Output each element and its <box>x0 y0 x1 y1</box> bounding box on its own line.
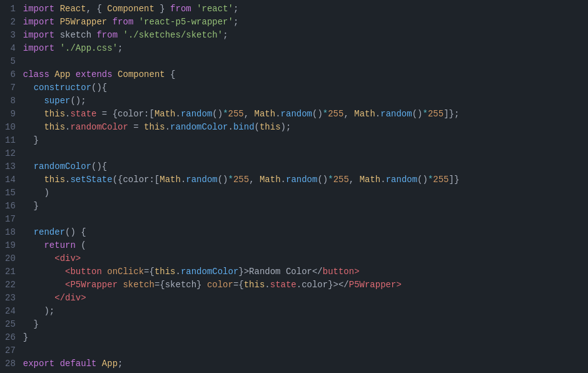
token <box>23 109 44 119</box>
line-number: 13 <box>5 160 16 173</box>
code-line: render() { <box>23 226 580 239</box>
line-number: 26 <box>5 331 16 344</box>
token: () <box>412 109 423 119</box>
token: <P5Wrapper <box>65 280 123 290</box>
code-line: this.setState({color:[Math.random()*255,… <box>23 173 580 186</box>
token: () <box>218 175 228 185</box>
token: , <box>249 175 260 185</box>
token: setState <box>70 175 112 185</box>
token: export <box>23 359 54 369</box>
code-line: <P5Wrapper sketch={sketch} color={this.s… <box>23 278 580 292</box>
token: random <box>281 109 312 119</box>
token: default <box>60 359 97 369</box>
token: random <box>186 175 217 185</box>
token: } <box>155 4 170 14</box>
token: (){ <box>91 161 107 171</box>
code-line: </div> <box>23 292 580 305</box>
token: ]}; <box>444 109 459 119</box>
token: . <box>281 175 286 185</box>
token <box>133 17 138 27</box>
code-line <box>23 213 580 226</box>
token: './App.css' <box>60 43 118 53</box>
line-number: 28 <box>5 357 16 370</box>
token <box>54 30 59 40</box>
token: { <box>165 69 176 79</box>
token: this <box>260 122 281 132</box>
token: . <box>375 109 380 119</box>
code-line: import P5Wrapper from 'react-p5-wrapper'… <box>23 16 580 29</box>
token: () <box>317 175 328 185</box>
token: () <box>312 109 323 119</box>
token: 'react-p5-wrapper' <box>139 17 233 27</box>
code-line: class App extends Component { <box>23 68 580 81</box>
token: * <box>323 109 328 119</box>
token: P5Wrapper <box>60 17 108 27</box>
token: Math <box>255 109 276 119</box>
token: state <box>70 109 96 119</box>
token: button <box>323 267 354 277</box>
token: , <box>349 175 360 185</box>
line-number: 3 <box>5 29 16 42</box>
token: App <box>54 69 70 79</box>
code-line: return ( <box>23 239 580 252</box>
line-number: 7 <box>5 81 16 95</box>
line-number: 16 <box>5 200 16 213</box>
line-number: 24 <box>5 305 16 318</box>
token: ) <box>23 188 49 198</box>
token: 255 <box>233 175 249 185</box>
token: from <box>170 4 191 14</box>
code-line: } <box>23 134 580 147</box>
line-number: 21 <box>5 265 16 278</box>
token: 255 <box>228 109 244 119</box>
code-line: } <box>23 200 580 213</box>
code-line: this.randomColor = this.randomColor.bind… <box>23 121 580 134</box>
token: this <box>44 175 65 185</box>
token <box>23 122 44 132</box>
token: sketch <box>60 30 91 40</box>
token <box>54 17 59 27</box>
token: . <box>380 175 385 185</box>
line-number: 1 <box>5 3 16 16</box>
token: , { <box>86 4 108 14</box>
token: Component <box>118 69 165 79</box>
code-line: super(); <box>23 95 580 108</box>
token: ; <box>118 359 123 369</box>
line-number: 2 <box>5 16 16 29</box>
token: ={ <box>144 267 155 277</box>
token: color <box>207 280 233 290</box>
token: () <box>212 109 223 119</box>
token: . <box>175 109 180 119</box>
token: * <box>223 109 228 119</box>
token: () <box>417 175 428 185</box>
token: } <box>23 319 39 329</box>
token: randomColor <box>181 267 238 277</box>
token: randomColor <box>170 122 228 132</box>
token: 255 <box>328 109 343 119</box>
token: <button <box>65 267 107 277</box>
token: Math <box>354 109 375 119</box>
line-number: 6 <box>5 68 16 81</box>
token: App <box>102 359 118 369</box>
token: .color}></ <box>297 280 349 290</box>
token: ({color:[ <box>113 175 160 185</box>
token <box>23 227 34 237</box>
code-line <box>23 344 580 357</box>
token: this <box>144 122 165 132</box>
token: super <box>44 96 70 106</box>
token: ; <box>223 30 228 40</box>
token: = <box>128 122 144 132</box>
token: this <box>44 122 65 132</box>
token: sketch <box>123 280 154 290</box>
token: <div> <box>54 253 81 263</box>
token: () { <box>65 227 86 237</box>
token <box>23 161 34 171</box>
token: . <box>165 122 170 132</box>
line-number: 20 <box>5 252 16 265</box>
line-number: 14 <box>5 173 16 186</box>
token: . <box>265 280 270 290</box>
code-line: import './App.css'; <box>23 42 580 55</box>
token <box>107 17 112 27</box>
token: Math <box>160 175 181 185</box>
token <box>54 4 59 14</box>
token: random <box>380 109 412 119</box>
